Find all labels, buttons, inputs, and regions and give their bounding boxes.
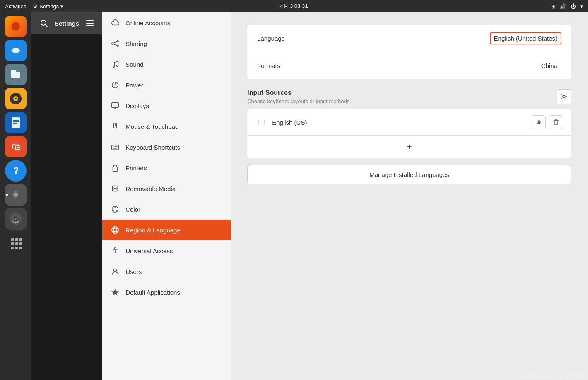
svg-rect-52 — [113, 169, 118, 171]
system-tray: ⊞ 🔊 ⏻ ▾ — [551, 3, 583, 10]
svg-point-69 — [563, 95, 565, 98]
input-source-actions — [532, 115, 563, 129]
monitor-icon — [111, 101, 120, 110]
svg-point-71 — [538, 122, 540, 123]
svg-rect-42 — [112, 103, 118, 108]
sidebar-item-displays[interactable]: Displays — [102, 95, 231, 116]
dock-firefox[interactable] — [5, 16, 27, 37]
menu-button[interactable] — [82, 16, 97, 31]
delete-button[interactable] — [549, 115, 563, 129]
sidebar-item-power[interactable]: Power — [102, 75, 231, 95]
svg-rect-10 — [13, 123, 17, 124]
svg-rect-3 — [11, 70, 16, 73]
sidebar-label-color: Color — [125, 206, 140, 213]
network-icon: ⊞ — [551, 3, 556, 10]
input-source-name: English (US) — [272, 119, 527, 126]
input-sources-card: ⋮⋮ English (US) — [247, 109, 571, 158]
language-row: Language English (United States) — [247, 25, 571, 52]
dock-dvd[interactable]: DVD — [5, 208, 27, 230]
sidebar-label-mouse-touchpad: Mouse & Touchpad — [125, 123, 178, 130]
share-icon — [111, 39, 120, 48]
sidebar-item-keyboard-shortcuts[interactable]: Keyboard Shortcuts — [102, 137, 231, 157]
dock-settings[interactable] — [5, 184, 27, 206]
sidebar-item-region-language[interactable]: Region & Language — [102, 220, 231, 240]
sidebar: Online Accounts Sharing — [102, 12, 231, 380]
power-menu-icon: ⏻ — [571, 3, 576, 10]
svg-point-33 — [117, 41, 119, 42]
language-formats-card: Language English (United States) Formats… — [247, 25, 571, 79]
printer-icon — [111, 163, 120, 172]
sidebar-item-universal-access[interactable]: Universal Access — [102, 240, 231, 261]
music-icon — [111, 60, 120, 69]
sidebar-label-power: Power — [125, 82, 143, 89]
sidebar-item-sharing[interactable]: Sharing — [102, 33, 231, 54]
content-area: Online Accounts Sharing — [102, 12, 588, 380]
svg-point-38 — [113, 66, 115, 68]
sidebar-item-color[interactable]: Color — [102, 199, 231, 220]
mouse-icon — [111, 122, 120, 131]
gear-small-icon: ⚙ — [33, 3, 38, 10]
dock-appstore[interactable]: 🛍 — [5, 136, 27, 157]
formats-label: Formats — [257, 62, 537, 69]
svg-point-1 — [12, 22, 20, 31]
svg-rect-47 — [112, 145, 118, 150]
dock-rhythmbox[interactable] — [5, 88, 27, 109]
preview-button[interactable] — [532, 115, 546, 129]
svg-point-34 — [112, 43, 113, 44]
input-source-row-english-us: ⋮⋮ English (US) — [247, 109, 571, 136]
main-panel: Language English (United States) Formats… — [231, 12, 588, 380]
formats-row: Formats China — [247, 52, 571, 79]
svg-text:🛍: 🛍 — [12, 141, 21, 152]
dock-grid[interactable] — [5, 232, 27, 254]
sidebar-item-users[interactable]: Users — [102, 261, 231, 282]
manage-installed-languages-button[interactable]: Manage Installed Languages — [247, 165, 571, 184]
activities-button[interactable]: Activities — [5, 3, 26, 10]
svg-point-17 — [15, 218, 17, 220]
usb-icon — [111, 184, 120, 193]
search-button[interactable] — [36, 16, 51, 31]
svg-point-61 — [113, 210, 114, 211]
svg-rect-9 — [13, 121, 19, 122]
drag-handle-icon: ⋮⋮ — [255, 119, 267, 126]
dock-thunderbird[interactable] — [5, 40, 27, 61]
add-input-source-row[interactable]: + — [247, 136, 571, 158]
svg-rect-25 — [11, 247, 14, 249]
accessibility-icon — [111, 246, 120, 255]
svg-line-37 — [113, 44, 117, 46]
svg-rect-32 — [86, 25, 94, 26]
settings-title: Settings — [55, 20, 79, 27]
svg-rect-53 — [114, 165, 117, 167]
formats-value[interactable]: China — [537, 60, 561, 72]
sidebar-item-printers[interactable]: Printers — [102, 157, 231, 178]
language-label: Language — [257, 35, 489, 42]
input-sources-title: Input Sources — [247, 89, 351, 97]
settings-menu-button[interactable]: ⚙ Settings ▾ — [33, 3, 63, 10]
sidebar-item-removable-media[interactable]: Removable Media — [102, 178, 231, 199]
input-sources-gear-button[interactable] — [557, 89, 571, 104]
sidebar-label-default-applications: Default Applications — [125, 289, 180, 296]
svg-rect-31 — [86, 23, 94, 24]
dock-writer[interactable] — [5, 112, 27, 133]
sidebar-item-default-applications[interactable]: Default Applications — [102, 282, 231, 303]
svg-point-35 — [117, 45, 119, 47]
top-bar: Activities ⚙ Settings ▾ 4月 3 03:31 ⊞ 🔊 ⏻… — [0, 0, 588, 12]
svg-point-28 — [41, 20, 46, 25]
language-value[interactable]: English (United States) — [490, 32, 561, 44]
sidebar-item-mouse-touchpad[interactable]: Mouse & Touchpad — [102, 116, 231, 137]
volume-icon: 🔊 — [560, 3, 566, 10]
sidebar-item-sound[interactable]: Sound — [102, 54, 231, 75]
input-sources-header: Input Sources Choose keyboard layouts or… — [247, 89, 571, 104]
sidebar-label-keyboard-shortcuts: Keyboard Shortcuts — [125, 144, 180, 151]
user-icon — [111, 267, 120, 276]
svg-rect-26 — [15, 247, 18, 249]
dock-help[interactable]: ? — [5, 160, 27, 182]
settings-titlebar: Settings — [31, 12, 102, 34]
svg-rect-8 — [13, 120, 19, 121]
sidebar-label-sharing: Sharing — [125, 40, 147, 47]
svg-point-39 — [117, 65, 118, 67]
sidebar-item-online-accounts[interactable]: Online Accounts — [102, 12, 231, 33]
dock-files[interactable] — [5, 64, 27, 85]
svg-rect-30 — [86, 20, 94, 21]
color-icon — [111, 205, 120, 214]
star-icon — [111, 288, 120, 297]
